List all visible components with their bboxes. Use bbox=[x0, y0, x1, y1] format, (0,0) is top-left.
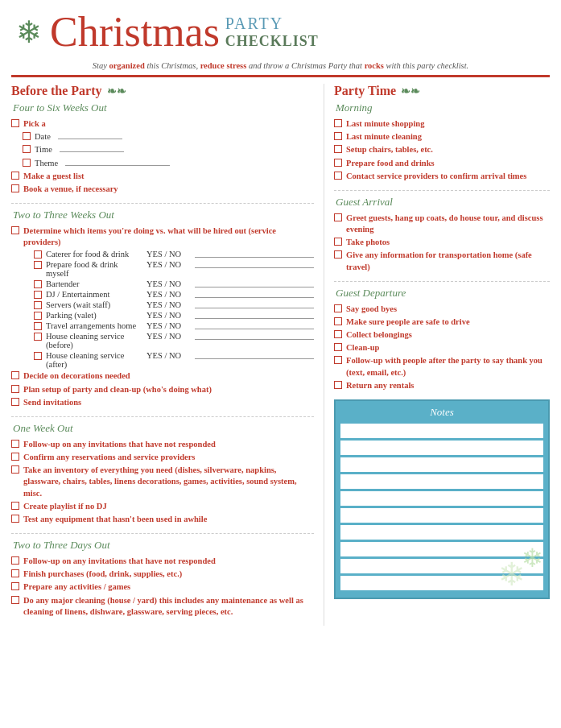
house-before-line[interactable] bbox=[195, 332, 314, 340]
return-rentals-checkbox[interactable] bbox=[334, 381, 342, 389]
flourish-icon: ❧❧ bbox=[107, 85, 126, 98]
four-six-heading: Four to Six Weeks Out bbox=[13, 101, 314, 114]
dj-line[interactable] bbox=[195, 290, 314, 298]
prepare-activities-checkbox[interactable] bbox=[11, 582, 19, 590]
servers-checkbox[interactable] bbox=[34, 301, 42, 309]
theme-item: Theme bbox=[23, 158, 314, 169]
bartender-line[interactable] bbox=[195, 279, 314, 287]
contact-service-checkbox[interactable] bbox=[334, 172, 342, 180]
notes-snowflake-icon-2: ❄ bbox=[498, 556, 526, 594]
notes-line-7[interactable] bbox=[340, 525, 543, 540]
house-before-checkbox[interactable] bbox=[34, 333, 42, 341]
christmas-title: Christmas bbox=[50, 9, 220, 55]
create-playlist-item: Create playlist if no DJ bbox=[11, 501, 314, 512]
finish-purchases-checkbox[interactable] bbox=[11, 569, 19, 577]
travel-checkbox[interactable] bbox=[34, 322, 42, 330]
do-major-checkbox[interactable] bbox=[11, 596, 19, 604]
house-after-checkbox[interactable] bbox=[34, 352, 42, 360]
date-checkbox[interactable] bbox=[23, 132, 31, 140]
notes-line-2[interactable] bbox=[340, 441, 543, 455]
make-guest-item: Make a guest list bbox=[11, 171, 314, 182]
notes-line-4[interactable] bbox=[340, 474, 543, 489]
determine-item: Determine which items you're doing vs. w… bbox=[11, 225, 314, 248]
checklist-label: CHECKLIST bbox=[225, 33, 319, 50]
prepare-line[interactable] bbox=[195, 260, 314, 268]
last-cleaning-checkbox[interactable] bbox=[334, 132, 342, 140]
followup-inv2-checkbox[interactable] bbox=[11, 556, 19, 565]
caterer-checkbox[interactable] bbox=[34, 250, 42, 259]
test-equip-checkbox[interactable] bbox=[11, 515, 19, 523]
title-area: Christmas PARTY CHECKLIST bbox=[50, 11, 545, 53]
prepare-food-drink-checkbox[interactable] bbox=[34, 261, 42, 269]
time-checkbox[interactable] bbox=[23, 145, 31, 153]
one-week-block: One Week Out Follow-up on any invitation… bbox=[11, 422, 314, 525]
notes-line-3[interactable] bbox=[340, 457, 543, 472]
before-party-heading: Before the Party ❧❧ bbox=[11, 84, 314, 98]
morning-heading: Morning bbox=[336, 101, 550, 114]
take-inv-checkbox[interactable] bbox=[11, 465, 19, 474]
parking-row: Parking (valet) YES / NO bbox=[34, 311, 314, 320]
followup-people-checkbox[interactable] bbox=[334, 356, 342, 364]
caterer-line[interactable] bbox=[195, 250, 314, 258]
dj-checkbox[interactable] bbox=[34, 291, 42, 299]
followup-inv-item: Follow-up on any invitations that have n… bbox=[11, 439, 314, 450]
travel-row: Travel arrangements home YES / NO bbox=[34, 321, 314, 330]
collect-checkbox[interactable] bbox=[334, 330, 342, 338]
left-column: Before the Party ❧❧ Four to Six Weeks Ou… bbox=[11, 84, 324, 626]
time-line[interactable] bbox=[60, 144, 124, 152]
travel-line[interactable] bbox=[195, 321, 314, 329]
subtitle: Stay organized this Christmas, reduce st… bbox=[0, 60, 561, 75]
book-venue-checkbox[interactable] bbox=[11, 184, 19, 192]
parking-checkbox[interactable] bbox=[34, 312, 42, 320]
divider1 bbox=[11, 203, 314, 204]
give-info-item: Give any information for transportation … bbox=[334, 250, 550, 272]
say-goodbye-checkbox[interactable] bbox=[334, 304, 342, 312]
prepare-food-item: Prepare food and drinks bbox=[334, 158, 550, 169]
guest-departure-block: Guest Departure Say good byes Make sure … bbox=[334, 287, 550, 391]
theme-line[interactable] bbox=[65, 158, 170, 166]
determine-checkbox[interactable] bbox=[11, 226, 19, 234]
notes-line-5[interactable] bbox=[340, 491, 543, 506]
notes-line-1[interactable] bbox=[340, 424, 543, 438]
caterer-row: Caterer for food & drink YES / NO bbox=[34, 250, 314, 259]
bartender-checkbox[interactable] bbox=[34, 280, 42, 288]
setup-chairs-checkbox[interactable] bbox=[334, 145, 342, 153]
notes-line-6[interactable] bbox=[340, 508, 543, 523]
guest-arrival-block: Guest Arrival Greet guests, hang up coat… bbox=[334, 196, 550, 273]
take-photos-checkbox[interactable] bbox=[334, 238, 342, 246]
house-after-line[interactable] bbox=[195, 351, 314, 359]
pick-a-label: Pick a bbox=[23, 118, 46, 130]
parking-line[interactable] bbox=[195, 311, 314, 319]
cleanup-item: Clean-up bbox=[334, 342, 550, 354]
pick-a-checkbox[interactable] bbox=[11, 119, 19, 127]
cleanup-checkbox[interactable] bbox=[334, 343, 342, 351]
notes-line-8[interactable] bbox=[340, 542, 543, 556]
confirm-res-checkbox[interactable] bbox=[11, 453, 19, 461]
party-time-heading: Party Time ❧❧ bbox=[334, 84, 550, 98]
followup-inv-checkbox[interactable] bbox=[11, 440, 19, 448]
return-rentals-item: Return any rentals bbox=[334, 380, 550, 391]
create-playlist-checkbox[interactable] bbox=[11, 502, 19, 510]
servers-line[interactable] bbox=[195, 300, 314, 308]
theme-checkbox[interactable] bbox=[23, 159, 31, 167]
decide-checkbox[interactable] bbox=[11, 371, 19, 379]
date-line[interactable] bbox=[58, 131, 122, 139]
bartender-row: Bartender YES / NO bbox=[34, 279, 314, 288]
make-guest-checkbox[interactable] bbox=[11, 172, 19, 180]
followup-people-item: Follow-up with people after the party to… bbox=[334, 355, 550, 378]
snowflake-icon: ❄ bbox=[16, 17, 42, 48]
make-sure-checkbox[interactable] bbox=[334, 317, 342, 325]
last-shopping-checkbox[interactable] bbox=[334, 119, 342, 127]
send-inv-checkbox[interactable] bbox=[11, 398, 19, 406]
prepare-food-checkbox[interactable] bbox=[334, 159, 342, 167]
test-equip-item: Test any equipment that hasn't been used… bbox=[11, 514, 314, 525]
plan-setup-checkbox[interactable] bbox=[11, 385, 19, 393]
greet-guests-checkbox[interactable] bbox=[334, 213, 342, 221]
flourish-icon-2: ❧❧ bbox=[401, 85, 420, 98]
divider2 bbox=[11, 416, 314, 417]
take-inv-item: Take an inventory of everything you need… bbox=[11, 465, 314, 499]
servers-row: Servers (wait staff) YES / NO bbox=[34, 300, 314, 309]
followup-inv2-item: Follow-up on any invitations that have n… bbox=[11, 556, 314, 567]
give-info-checkbox[interactable] bbox=[334, 250, 342, 259]
pick-a-item: Pick a bbox=[11, 118, 314, 130]
